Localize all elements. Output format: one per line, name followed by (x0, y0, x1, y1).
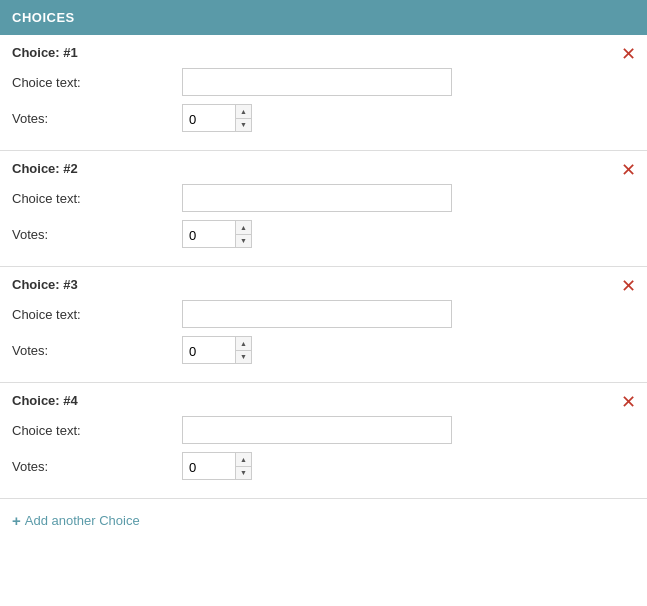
votes-row-4: Votes: ▲ ▼ (12, 452, 635, 480)
choices-section: CHOICES Choice: #1 ✕ Choice text: Votes:… (0, 0, 647, 542)
votes-label-3: Votes: (12, 343, 182, 358)
remove-choice-2-button[interactable]: ✕ (619, 161, 637, 179)
votes-up-1[interactable]: ▲ (236, 105, 251, 119)
choice-text-input-4[interactable] (182, 416, 452, 444)
remove-choice-3-button[interactable]: ✕ (619, 277, 637, 295)
votes-spinner-2: ▲ ▼ (182, 220, 252, 248)
votes-label-4: Votes: (12, 459, 182, 474)
remove-icon-2: ✕ (621, 161, 636, 179)
choice-block-4: Choice: #4 ✕ Choice text: Votes: ▲ ▼ (0, 383, 647, 499)
spin-buttons-1: ▲ ▼ (235, 105, 251, 131)
votes-input-2[interactable] (183, 221, 235, 248)
spin-buttons-4: ▲ ▼ (235, 453, 251, 479)
votes-spinner-1: ▲ ▼ (182, 104, 252, 132)
votes-row-1: Votes: ▲ ▼ (12, 104, 635, 132)
choice-text-input-2[interactable] (182, 184, 452, 212)
votes-spinner-3: ▲ ▼ (182, 336, 252, 364)
votes-down-3[interactable]: ▼ (236, 351, 251, 364)
votes-row-2: Votes: ▲ ▼ (12, 220, 635, 248)
remove-choice-4-button[interactable]: ✕ (619, 393, 637, 411)
remove-icon-1: ✕ (621, 45, 636, 63)
choice-title-1: Choice: #1 (12, 45, 635, 60)
add-choice-row: + Add another Choice (0, 499, 647, 542)
votes-down-4[interactable]: ▼ (236, 467, 251, 480)
choice-text-input-3[interactable] (182, 300, 452, 328)
choice-text-label-4: Choice text: (12, 423, 182, 438)
choice-text-label-2: Choice text: (12, 191, 182, 206)
choice-text-label-3: Choice text: (12, 307, 182, 322)
choice-text-label-1: Choice text: (12, 75, 182, 90)
choice-text-input-1[interactable] (182, 68, 452, 96)
spin-buttons-3: ▲ ▼ (235, 337, 251, 363)
choice-text-row-4: Choice text: (12, 416, 635, 444)
choice-text-row-3: Choice text: (12, 300, 635, 328)
votes-input-3[interactable] (183, 337, 235, 364)
spin-buttons-2: ▲ ▼ (235, 221, 251, 247)
votes-down-1[interactable]: ▼ (236, 119, 251, 132)
choice-title-2: Choice: #2 (12, 161, 635, 176)
plus-icon: + (12, 513, 21, 528)
votes-input-1[interactable] (183, 105, 235, 132)
votes-up-3[interactable]: ▲ (236, 337, 251, 351)
votes-row-3: Votes: ▲ ▼ (12, 336, 635, 364)
choice-block-3: Choice: #3 ✕ Choice text: Votes: ▲ ▼ (0, 267, 647, 383)
choice-title-4: Choice: #4 (12, 393, 635, 408)
votes-up-2[interactable]: ▲ (236, 221, 251, 235)
choice-text-row-1: Choice text: (12, 68, 635, 96)
add-choice-label: Add another Choice (25, 513, 140, 528)
choices-header: CHOICES (0, 0, 647, 35)
choice-block-2: Choice: #2 ✕ Choice text: Votes: ▲ ▼ (0, 151, 647, 267)
votes-up-4[interactable]: ▲ (236, 453, 251, 467)
remove-icon-3: ✕ (621, 277, 636, 295)
remove-choice-1-button[interactable]: ✕ (619, 45, 637, 63)
votes-input-4[interactable] (183, 453, 235, 480)
choice-text-row-2: Choice text: (12, 184, 635, 212)
votes-label-2: Votes: (12, 227, 182, 242)
choice-title-3: Choice: #3 (12, 277, 635, 292)
votes-spinner-4: ▲ ▼ (182, 452, 252, 480)
remove-icon-4: ✕ (621, 393, 636, 411)
votes-down-2[interactable]: ▼ (236, 235, 251, 248)
choice-block-1: Choice: #1 ✕ Choice text: Votes: ▲ ▼ (0, 35, 647, 151)
votes-label-1: Votes: (12, 111, 182, 126)
add-choice-button[interactable]: + Add another Choice (12, 513, 140, 528)
